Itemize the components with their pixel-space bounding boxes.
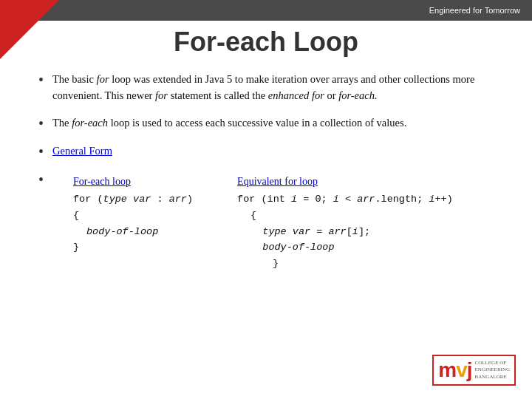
equiv-code-col: Equivalent for loop for (int i = 0; i < … bbox=[237, 174, 453, 271]
logo-area: mvj COLLEGE OF ENGINEERING BANGALORE bbox=[432, 355, 516, 386]
red-triangle-decoration bbox=[0, 0, 59, 59]
bullet-text-3: General Form bbox=[52, 143, 112, 159]
logo-j: j bbox=[467, 358, 472, 381]
equiv-line-3: type var = arr[i]; bbox=[237, 224, 453, 240]
foreach-code-col: For-each loop for (type var : arr) { bod… bbox=[73, 174, 193, 271]
foreach-col-title[interactable]: For-each loop bbox=[73, 174, 193, 190]
bullet-2: • The for-each loop is used to access ea… bbox=[38, 115, 497, 132]
logo-line3: BANGALORE bbox=[475, 374, 507, 380]
foreach-line-2: { bbox=[73, 208, 193, 224]
page-title: For-each Loop bbox=[0, 27, 532, 58]
logo-m: m bbox=[438, 358, 456, 381]
bullet-1: • The basic for loop was extended in Jav… bbox=[38, 71, 497, 104]
general-form-link[interactable]: General Form bbox=[52, 145, 112, 157]
logo-box: mvj COLLEGE OF ENGINEERING BANGALORE bbox=[432, 355, 516, 386]
equiv-line-2: { bbox=[237, 208, 453, 224]
logo-line2: ENGINEERING bbox=[475, 366, 510, 372]
foreach-line-4: } bbox=[73, 239, 193, 256]
equiv-line-4: body-of-loop bbox=[237, 239, 453, 256]
foreach-line-3: body-of-loop bbox=[73, 224, 193, 240]
bullet-icon-2: • bbox=[38, 115, 44, 132]
logo-mvj-text: mvj bbox=[438, 358, 471, 382]
bullet-3: • General Form bbox=[38, 143, 497, 160]
code-columns: For-each loop for (type var : arr) { bod… bbox=[52, 174, 497, 271]
equiv-line-1: for (int i = 0; i < arr.length; i++) bbox=[237, 191, 453, 208]
header-bar: Engineered for Tomorrow bbox=[0, 0, 532, 21]
logo-line1: COLLEGE OF bbox=[475, 360, 507, 366]
equiv-line-5: } bbox=[237, 256, 453, 272]
bullet-icon-4: • bbox=[38, 171, 44, 188]
equiv-col-title[interactable]: Equivalent for loop bbox=[237, 174, 453, 190]
header-tagline: Engineered for Tomorrow bbox=[429, 6, 520, 15]
foreach-line-1: for (type var : arr) bbox=[73, 191, 193, 208]
bullet-icon-1: • bbox=[38, 72, 44, 89]
bullet-icon-3: • bbox=[38, 143, 44, 160]
logo-v: v bbox=[456, 358, 467, 381]
bullet-text-2: The for-each loop is used to access each… bbox=[52, 115, 406, 131]
logo-tagline: COLLEGE OF ENGINEERING BANGALORE bbox=[475, 360, 510, 380]
bullet-4: • For-each loop for (type var : arr) { b… bbox=[38, 171, 497, 271]
bullet-text-1: The basic for loop was extended in Java … bbox=[52, 71, 497, 104]
content-area: • The basic for loop was extended in Jav… bbox=[0, 71, 532, 271]
